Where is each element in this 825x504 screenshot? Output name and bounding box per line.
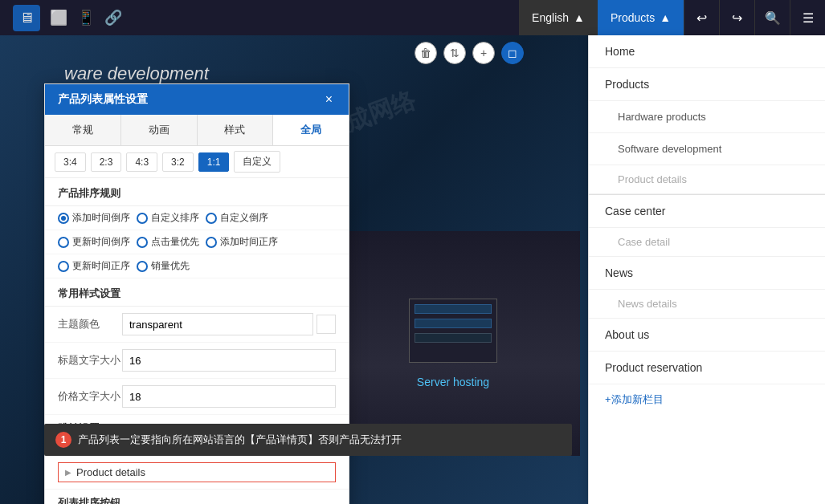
menu-button[interactable]: ☰ xyxy=(790,0,825,35)
radio-group-1: 添加时间倒序 自定义排序 自定义倒序 xyxy=(45,206,349,230)
tab-animation[interactable]: 动画 xyxy=(121,115,198,145)
radio-unchecked-icon-4 xyxy=(137,237,148,248)
move-button[interactable]: ⇅ xyxy=(443,42,466,64)
radio-update-asc[interactable]: 更新时间正序 xyxy=(58,259,130,273)
radio-unchecked-icon-7 xyxy=(137,261,148,272)
warning-text: 产品列表一定要指向所在网站语言的【产品详情页】否则产品无法打开 xyxy=(78,433,402,447)
server-product-card: Server hosting xyxy=(326,231,580,456)
products-chevron-icon: ▲ xyxy=(660,11,671,24)
menu-item-software-development[interactable]: Software development xyxy=(589,133,825,165)
menu-item-product-reservation[interactable]: Product reservation xyxy=(589,352,825,384)
language-label: English xyxy=(532,11,569,24)
radio-unchecked-icon-2 xyxy=(206,213,217,224)
menu-item-news-details[interactable]: News details xyxy=(589,290,825,319)
theme-label: 主题颜色 xyxy=(58,317,122,331)
radio-time-desc[interactable]: 添加时间倒序 xyxy=(58,211,130,225)
tab-regular[interactable]: 常规 xyxy=(45,115,121,145)
toolbar-right: English ▲ Products ▲ ↩ ↪ 🔍 ☰ xyxy=(519,0,825,35)
products-label: Products xyxy=(611,11,655,24)
menu-item-home[interactable]: Home xyxy=(589,35,825,68)
add-button[interactable]: + xyxy=(472,42,495,64)
title-size-label: 标题文字大小 xyxy=(58,353,122,368)
menu-item-product-details[interactable]: Product details xyxy=(589,165,825,194)
tablet-icon[interactable]: ⬜ xyxy=(50,9,67,26)
mobile-icon[interactable]: 📱 xyxy=(77,9,95,26)
server-image xyxy=(409,299,497,363)
theme-color-row: 主题颜色 xyxy=(45,307,349,343)
lang-chevron-icon: ▲ xyxy=(574,11,585,24)
list-sort-title: 列表排序按钮 xyxy=(58,496,336,504)
price-size-label: 价格文字大小 xyxy=(58,389,122,404)
price-size-row: 价格文字大小 xyxy=(45,379,349,415)
ratio-3-4[interactable]: 3:4 xyxy=(55,152,86,172)
radio-group-2: 更新时间倒序 点击量优先 添加时间正序 xyxy=(45,230,349,254)
menu-item-case-center[interactable]: Case center xyxy=(589,194,825,228)
radio-unchecked-icon-3 xyxy=(58,237,69,248)
server-label: Server hosting xyxy=(417,376,489,388)
radio-checked-icon xyxy=(58,213,69,224)
float-controls: 🗑 ⇅ + ◻ xyxy=(415,42,524,64)
toolbar-left: 🖥 ⬜ 📱 🔗 xyxy=(0,5,519,31)
menu-item-products[interactable]: Products xyxy=(589,68,825,101)
undo-button[interactable]: ↩ xyxy=(684,0,719,35)
dialog-tabs: 常规 动画 样式 全局 xyxy=(45,115,349,146)
dialog-close-button[interactable]: × xyxy=(322,92,336,107)
search-button[interactable]: 🔍 xyxy=(754,0,790,35)
radio-click-first[interactable]: 点击量优先 xyxy=(137,235,199,249)
jump-link-input[interactable]: ▶ Product details xyxy=(58,462,336,482)
link-icon[interactable]: 🔗 xyxy=(104,9,122,26)
products-button[interactable]: Products ▲ xyxy=(598,0,684,35)
list-sort-section: 列表排序按钮 xyxy=(45,490,349,504)
radio-custom-desc[interactable]: 自定义倒序 xyxy=(206,211,268,225)
language-button[interactable]: English ▲ xyxy=(519,0,598,35)
style-section-title: 常用样式设置 xyxy=(45,278,349,307)
menu-item-hardware-products[interactable]: Hardware products xyxy=(589,101,825,133)
ratio-row: 3:4 2:3 4:3 3:2 1:1 自定义 xyxy=(45,146,349,178)
jump-arrow-icon: ▶ xyxy=(65,468,71,477)
radio-custom-sort[interactable]: 自定义排序 xyxy=(137,211,199,225)
tab-global[interactable]: 全局 xyxy=(273,115,349,145)
menu-item-news[interactable]: News xyxy=(589,257,825,290)
radio-unchecked-icon-6 xyxy=(58,261,69,272)
warning-badge: 1 xyxy=(55,432,71,448)
delete-button[interactable]: 🗑 xyxy=(415,42,437,64)
main-content: 志成网络 www.it-cn.com 企业可定制 🗑 ⇅ + ◻ ware de… xyxy=(0,35,825,504)
dialog-header: 产品列表属性设置 × xyxy=(45,84,349,115)
menu-add-column-button[interactable]: +添加新栏目 xyxy=(589,384,825,415)
editor-area: 志成网络 www.it-cn.com 企业可定制 🗑 ⇅ + ◻ ware de… xyxy=(0,35,588,504)
warning-tooltip: 1 产品列表一定要指向所在网站语言的【产品详情页】否则产品无法打开 xyxy=(44,424,572,456)
menu-item-case-detail[interactable]: Case detail xyxy=(589,228,825,257)
top-toolbar: 🖥 ⬜ 📱 🔗 English ▲ Products ▲ ↩ ↪ 🔍 ☰ xyxy=(0,0,825,35)
ratio-3-2[interactable]: 3:2 xyxy=(162,152,194,172)
tab-style[interactable]: 样式 xyxy=(198,115,274,145)
radio-sales-first[interactable]: 销量优先 xyxy=(137,259,190,273)
price-size-input[interactable] xyxy=(122,385,336,408)
sort-section-title: 产品排序规则 xyxy=(45,178,349,206)
jump-link-label: Product details xyxy=(76,466,145,478)
radio-unchecked-icon-5 xyxy=(206,237,217,248)
desktop-icon[interactable]: 🖥 xyxy=(13,5,40,31)
radio-add-asc[interactable]: 添加时间正序 xyxy=(206,235,278,249)
select-button[interactable]: ◻ xyxy=(501,42,524,64)
radio-group-3: 更新时间正序 销量优先 xyxy=(45,254,349,278)
section-subtitle: ware development xyxy=(64,63,209,84)
radio-update-desc[interactable]: 更新时间倒序 xyxy=(58,235,130,249)
menu-item-about-us[interactable]: About us xyxy=(589,319,825,352)
title-size-row: 标题文字大小 xyxy=(45,343,349,379)
ratio-1-1[interactable]: 1:1 xyxy=(198,152,230,172)
title-size-input[interactable] xyxy=(122,349,336,372)
redo-button[interactable]: ↪ xyxy=(719,0,754,35)
theme-input[interactable] xyxy=(122,313,313,335)
radio-unchecked-icon xyxy=(137,213,148,224)
ratio-2-3[interactable]: 2:3 xyxy=(91,152,122,172)
ratio-4-3[interactable]: 4:3 xyxy=(126,152,157,172)
color-picker-button[interactable] xyxy=(317,315,336,334)
ratio-custom[interactable]: 自定义 xyxy=(234,151,280,173)
dialog-title: 产品列表属性设置 xyxy=(58,92,148,107)
right-dropdown-menu: Home Products Hardware products Software… xyxy=(588,35,825,504)
